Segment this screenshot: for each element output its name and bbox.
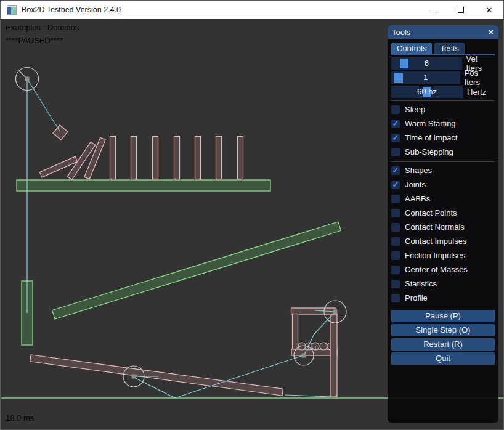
checkbox-label: Center of Masses [405, 265, 468, 274]
slider-track[interactable]: 60 hz [391, 86, 463, 98]
ball [320, 343, 327, 350]
separator [391, 100, 495, 101]
slider-row-pos-iters: 1Pos Iters [391, 71, 495, 84]
tilted-plank [30, 355, 283, 396]
slider-value: 1 [391, 71, 460, 84]
checkbox[interactable]: ✓ [391, 120, 400, 128]
standing-domino [216, 137, 222, 179]
checkbox-label: Statistics [405, 279, 437, 288]
pause-p-button[interactable]: Pause (P) [391, 310, 495, 322]
app-icon [7, 5, 17, 15]
checkbox-row-friction-impulses[interactable]: Friction Impulses [391, 248, 495, 262]
green-beam [52, 222, 341, 319]
checkbox[interactable] [391, 294, 400, 302]
standing-domino [110, 137, 116, 179]
paused-label: ****PAUSED**** [6, 36, 63, 45]
frame-time-label: 18.0 ms [6, 413, 34, 423]
checkbox[interactable] [391, 280, 400, 288]
slider-group: 6Vel Iters1Pos Iters60 hzHertz [391, 57, 495, 98]
checkbox-label: Contact Normals [405, 222, 465, 232]
standing-domino [195, 137, 201, 179]
checkbox-row-shapes[interactable]: ✓Shapes [391, 163, 495, 177]
close-button[interactable]: ✕ [475, 1, 503, 19]
checkmark-icon: ✓ [392, 120, 399, 128]
minimize-button[interactable] [418, 1, 447, 19]
checkmark-icon: ✓ [392, 134, 399, 142]
checkbox[interactable] [391, 195, 400, 203]
pivot-circle-topleft-center-marker [25, 77, 30, 81]
button-group: Pause (P)Single Step (O)Restart (R)Quit [391, 310, 495, 365]
checkbox-row-time-of-impact[interactable]: ✓Time of Impact [391, 131, 495, 145]
checkbox[interactable]: ✓ [391, 166, 400, 175]
checkmark-icon: ✓ [392, 181, 399, 189]
standing-domino [131, 137, 137, 179]
quit-button[interactable]: Quit [391, 352, 495, 365]
checkbox-label: Sleep [405, 105, 425, 114]
slider-row-vel-iters: 6Vel Iters [391, 57, 495, 70]
checkbox-row-sub-stepping[interactable]: Sub-Stepping [391, 145, 495, 159]
separator [391, 161, 495, 162]
checkbox-label: Joints [405, 180, 426, 189]
standing-domino [174, 137, 180, 179]
joint-line [285, 395, 331, 397]
tab-bar: ControlsTests [391, 43, 495, 55]
checkbox-label: Warm Starting [405, 119, 456, 128]
checkbox-row-center-of-masses[interactable]: Center of Masses [391, 262, 495, 277]
checkbox-row-warm-starting[interactable]: ✓Warm Starting [391, 116, 495, 131]
slider-label: Hertz [467, 87, 486, 97]
checkbox-label: Shapes [405, 166, 432, 175]
checkbox-group-sim: Sleep✓Warm Starting✓Time of ImpactSub-St… [391, 102, 495, 159]
frame-right-post [331, 314, 337, 397]
green-platform [17, 180, 270, 191]
slider-value: 60 hz [391, 86, 463, 98]
checkbox-row-joints[interactable]: ✓Joints [391, 177, 495, 192]
example-label: Examples : Dominos [6, 23, 79, 32]
tab-controls[interactable]: Controls [391, 43, 432, 54]
pivot-circle-frame-low-center-marker [302, 354, 306, 358]
restart-r-button[interactable]: Restart (R) [391, 338, 495, 351]
checkbox-label: Time of Impact [405, 133, 457, 142]
checkbox-row-statistics[interactable]: Statistics [391, 277, 495, 291]
checkbox-label: Contact Points [405, 208, 457, 217]
checkbox-row-contact-points[interactable]: Contact Points [391, 206, 495, 220]
single-step-o-button[interactable]: Single Step (O) [391, 324, 495, 336]
checkbox-label: Sub-Stepping [405, 147, 453, 156]
pivot-circle-frame-top-center-marker [333, 310, 338, 314]
joint-line [134, 378, 175, 398]
checkbox[interactable]: ✓ [391, 181, 400, 189]
maximize-icon [458, 7, 464, 13]
checkbox-group-draw: ✓Shapes✓JointsAABBsContact PointsContact… [391, 163, 495, 305]
close-icon: ✕ [486, 6, 493, 14]
titlebar: Box2D Testbed Version 2.4.0 ✕ [1, 1, 503, 19]
checkbox[interactable]: ✓ [391, 134, 400, 142]
checkbox-row-aabbs[interactable]: AABBs [391, 192, 495, 206]
checkbox[interactable] [391, 223, 400, 232]
panel-close-icon[interactable]: ✕ [487, 28, 494, 36]
checkbox[interactable] [391, 237, 400, 246]
slider-track[interactable]: 6 [391, 57, 462, 70]
checkbox[interactable] [391, 266, 400, 274]
checkbox-label: Contact Impulses [405, 237, 466, 246]
standing-domino [153, 137, 158, 179]
checkbox-label: AABBs [405, 194, 430, 203]
minimize-icon [429, 10, 436, 10]
tools-panel-body: ControlsTests 6Vel Iters1Pos Iters60 hzH… [388, 39, 498, 368]
checkbox-row-sleep[interactable]: Sleep [391, 102, 495, 116]
checkbox[interactable] [391, 105, 400, 114]
slider-label: Pos Iters [465, 68, 495, 87]
checkbox[interactable] [391, 148, 400, 156]
tools-panel-header[interactable]: Tools ✕ [388, 25, 498, 39]
checkmark-icon: ✓ [392, 166, 399, 174]
checkbox-row-profile[interactable]: Profile [391, 291, 495, 305]
tab-tests[interactable]: Tests [434, 43, 464, 54]
checkbox-row-contact-impulses[interactable]: Contact Impulses [391, 234, 495, 248]
checkbox-row-contact-normals[interactable]: Contact Normals [391, 220, 495, 234]
checkbox[interactable] [391, 251, 400, 260]
slider-row-hertz: 60 hzHertz [391, 86, 495, 98]
pendulum-box [53, 125, 68, 140]
slider-track[interactable]: 1 [391, 71, 460, 84]
checkbox[interactable] [391, 209, 400, 217]
maximize-button[interactable] [447, 1, 475, 19]
standing-domino [238, 137, 243, 179]
app-window: Box2D Testbed Version 2.4.0 ✕ Examples :… [0, 0, 504, 430]
